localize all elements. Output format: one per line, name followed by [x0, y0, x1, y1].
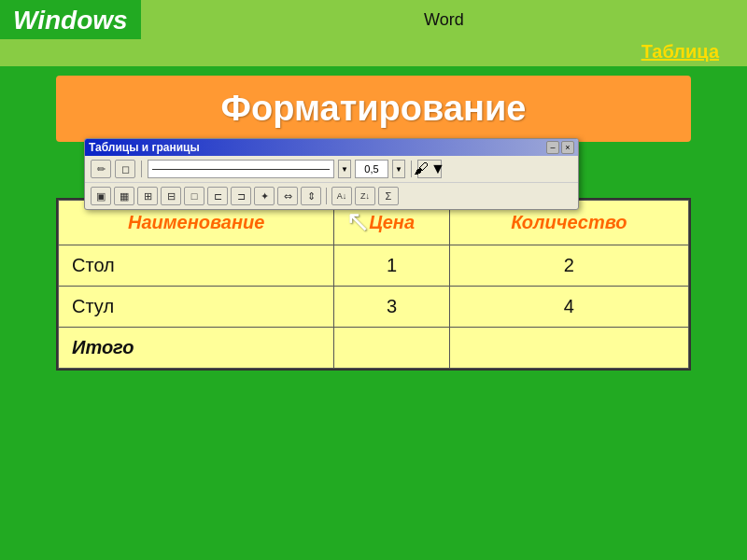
border-all-btn[interactable]: ⊞ — [137, 187, 158, 205]
toolbar-titlebar[interactable]: Таблицы и границы – × — [85, 139, 578, 156]
border-outside-btn[interactable]: ▣ — [91, 187, 111, 205]
toolbar-minimize-btn[interactable]: – — [546, 141, 559, 154]
main-table: Наименование Цена Количество Стол 1 2 Ст… — [58, 200, 689, 369]
table-row: Стол 1 2 — [59, 245, 689, 287]
eraser-btn[interactable]: ◻ — [115, 160, 135, 178]
paint-icon: 🖌 — [414, 161, 429, 177]
border-color-btn[interactable]: 🖌 ▼ — [417, 160, 442, 178]
line-inner — [152, 169, 330, 170]
separator1 — [141, 161, 142, 177]
table-container: Наименование Цена Количество Стол 1 2 Ст… — [56, 198, 691, 371]
row2-price: 3 — [334, 287, 449, 328]
toolbar-close-btn[interactable]: × — [561, 141, 574, 154]
row3-qty — [449, 328, 688, 369]
table-row: Итого — [59, 328, 689, 369]
table-row: Стул 3 4 — [59, 287, 689, 328]
row1-name: Стол — [59, 245, 334, 287]
separator2 — [411, 161, 412, 177]
border-none-btn[interactable]: □ — [184, 187, 204, 205]
pen-btn[interactable]: ✏ — [91, 160, 111, 178]
line-size-box[interactable]: 0,5 — [355, 160, 388, 178]
toolbar-row1: ✏ ◻ ▼ 0,5 ▼ 🖌 ▼ — [85, 156, 578, 183]
sort-az-btn[interactable]: A↓ — [331, 187, 352, 205]
bottom-bar — [0, 526, 747, 560]
format-title: Форматирование — [221, 89, 527, 128]
row3-itogo: Итого — [59, 328, 334, 369]
format-banner: Форматирование — [56, 76, 691, 142]
paint-dropdown[interactable]: ▼ — [430, 161, 445, 177]
line-size-dropdown[interactable]: ▼ — [392, 160, 405, 178]
toolbar-controls: – × — [546, 141, 574, 154]
separator3 — [326, 188, 327, 204]
toolbar-row2: ▣ ▦ ⊞ ⊟ □ ⊏ ⊐ ✦ ⇔ ⇕ A↓ Z↓ Σ — [85, 183, 578, 209]
row2-name: Стул — [59, 287, 334, 328]
row3-price — [334, 328, 449, 369]
word-area: Word — [141, 0, 747, 39]
line-style-dropdown[interactable]: ▼ — [338, 160, 351, 178]
line-size-value: 0,5 — [364, 163, 378, 175]
sort-za-btn[interactable]: Z↓ — [355, 187, 375, 205]
windows-title: Windows — [0, 0, 141, 39]
row2-qty: 4 — [449, 287, 688, 328]
toolbar-dialog: Таблицы и границы – × ✏ ◻ ▼ 0,5 ▼ 🖌 ▼ ▣ … — [84, 138, 579, 210]
toolbar-title-text: Таблицы и границы — [89, 141, 200, 154]
sum-btn[interactable]: Σ — [378, 187, 399, 205]
highlight-btn[interactable]: ✦ — [254, 187, 275, 205]
border-inside-btn[interactable]: ⊟ — [161, 187, 181, 205]
word-label: Word — [424, 10, 464, 30]
row1-price: 1 — [334, 245, 449, 287]
tablitsa-row: Таблица — [0, 39, 747, 66]
row1-qty: 2 — [449, 245, 688, 287]
tablitsa-link[interactable]: Таблица — [641, 41, 719, 62]
line-style-box[interactable] — [148, 160, 334, 178]
header: Windows Word — [0, 0, 747, 39]
align-row-btn[interactable]: ⇕ — [301, 187, 321, 205]
align-col-btn[interactable]: ⇔ — [277, 187, 298, 205]
border-custom2-btn[interactable]: ⊐ — [231, 187, 251, 205]
shade-btn[interactable]: ▦ — [114, 187, 134, 205]
border-custom1-btn[interactable]: ⊏ — [207, 187, 228, 205]
